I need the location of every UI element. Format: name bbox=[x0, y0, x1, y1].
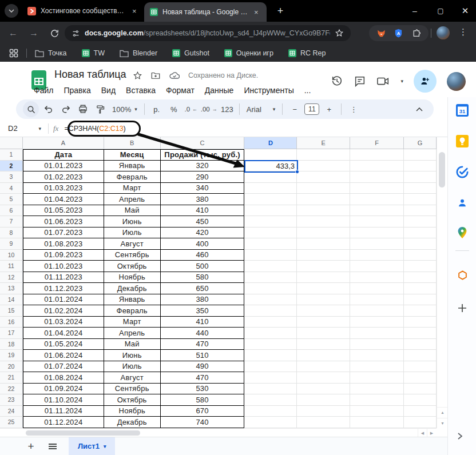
cell-C17[interactable]: 440 bbox=[161, 328, 245, 339]
increase-font-size-button[interactable]: + bbox=[322, 102, 336, 117]
cell-G19[interactable] bbox=[404, 350, 437, 361]
cell-G14[interactable] bbox=[404, 294, 437, 306]
cell-E17[interactable] bbox=[297, 328, 350, 339]
cell-E18[interactable] bbox=[297, 339, 350, 350]
cell-G23[interactable] bbox=[404, 394, 437, 406]
cell-B19[interactable]: Июнь bbox=[104, 350, 161, 361]
cell-C5[interactable]: 380 bbox=[161, 194, 245, 205]
fox-extension-icon[interactable] bbox=[376, 29, 386, 38]
cell-G2[interactable] bbox=[404, 161, 437, 172]
cell-A2[interactable]: 01.01.2023 bbox=[23, 161, 104, 172]
forward-button[interactable]: → bbox=[27, 27, 40, 39]
cell-B10[interactable]: Сентябрь bbox=[104, 250, 161, 261]
tab-timeweb[interactable]: Хостинговое сообщество «Tim × bbox=[22, 0, 143, 22]
cell-F6[interactable] bbox=[350, 205, 404, 217]
row-header-11[interactable]: 11 bbox=[0, 261, 23, 272]
cell-E6[interactable] bbox=[297, 205, 350, 217]
cell-G18[interactable] bbox=[404, 339, 437, 350]
cell-D19[interactable] bbox=[244, 350, 297, 361]
back-button[interactable]: ← bbox=[7, 27, 19, 39]
cell-B11[interactable]: Октябрь bbox=[104, 261, 161, 272]
column-header-B[interactable]: B bbox=[104, 137, 161, 149]
menu-item[interactable]: Формат bbox=[161, 85, 200, 96]
all-sheets-button[interactable] bbox=[48, 443, 57, 450]
cell-F22[interactable] bbox=[350, 384, 404, 395]
cell-E20[interactable] bbox=[297, 361, 350, 373]
account-avatar[interactable] bbox=[447, 72, 466, 91]
cell-A7[interactable]: 01.06.2023 bbox=[23, 216, 104, 227]
cell-B15[interactable]: Февраль bbox=[104, 305, 161, 317]
cell-A10[interactable]: 01.09.2023 bbox=[23, 250, 104, 261]
font-select[interactable]: Arial▾ bbox=[244, 105, 278, 114]
cell-C19[interactable]: 510 bbox=[161, 350, 245, 361]
row-header-9[interactable]: 9 bbox=[0, 238, 23, 250]
video-call-caret-icon[interactable]: ▾ bbox=[400, 78, 403, 84]
format-currency-button[interactable]: р. bbox=[149, 102, 164, 117]
cell-C24[interactable]: 670 bbox=[161, 406, 245, 417]
cell-C2[interactable]: 320 bbox=[161, 161, 245, 172]
cell-A24[interactable]: 01.11.2024 bbox=[23, 406, 104, 417]
cell-A19[interactable]: 01.06.2024 bbox=[23, 350, 104, 361]
paint-format-button[interactable] bbox=[93, 102, 108, 117]
sidepanel-addon-button[interactable] bbox=[456, 269, 469, 281]
cell-E7[interactable] bbox=[297, 216, 350, 227]
cell-F5[interactable] bbox=[350, 194, 404, 205]
cell-F19[interactable] bbox=[350, 350, 404, 361]
window-close-button[interactable]: ✕ bbox=[454, 0, 476, 22]
cell-G24[interactable] bbox=[404, 406, 437, 417]
menu-item[interactable]: Инструменты bbox=[239, 85, 299, 96]
cell-G15[interactable] bbox=[404, 305, 437, 317]
cell-D1[interactable] bbox=[244, 149, 297, 161]
hide-menus-button[interactable] bbox=[412, 102, 427, 117]
cell-B20[interactable]: Июль bbox=[104, 361, 161, 373]
sidepanel-maps-button[interactable] bbox=[456, 226, 469, 239]
cell-G25[interactable] bbox=[404, 417, 437, 428]
formula-input[interactable]: =СРЗНАЧ(C2:C13) bbox=[64, 125, 125, 133]
cell-E8[interactable] bbox=[297, 227, 350, 239]
cell-F17[interactable] bbox=[350, 328, 404, 339]
row-header-7[interactable]: 7 bbox=[0, 216, 23, 227]
cell-B7[interactable]: Июнь bbox=[104, 216, 161, 227]
cell-E24[interactable] bbox=[297, 406, 350, 417]
row-header-2[interactable]: 2 bbox=[0, 161, 23, 172]
cell-F16[interactable] bbox=[350, 317, 404, 328]
cell-E3[interactable] bbox=[297, 171, 350, 183]
window-maximize-button[interactable]: ▢ bbox=[429, 0, 452, 22]
undo-button[interactable] bbox=[41, 102, 56, 117]
cell-F18[interactable] bbox=[350, 339, 404, 350]
bookmark-item[interactable]: TW bbox=[82, 49, 105, 57]
cell-F10[interactable] bbox=[350, 250, 404, 261]
cell-A3[interactable]: 01.02.2023 bbox=[23, 171, 104, 183]
cell-A16[interactable]: 01.03.2024 bbox=[23, 317, 104, 328]
cell-C22[interactable]: 530 bbox=[161, 384, 245, 395]
selected-cell-D2[interactable]: 433,3 bbox=[244, 160, 298, 173]
cell-D23[interactable] bbox=[244, 394, 297, 406]
cell-D20[interactable] bbox=[244, 361, 297, 373]
column-header-D[interactable]: D bbox=[244, 137, 297, 149]
cell-F4[interactable] bbox=[350, 183, 404, 194]
row-header-6[interactable]: 6 bbox=[0, 205, 23, 217]
sidepanel-tasks-button[interactable] bbox=[456, 166, 469, 178]
row-header-22[interactable]: 22 bbox=[0, 384, 23, 395]
cell-A20[interactable]: 01.07.2024 bbox=[23, 361, 104, 373]
cell-F1[interactable] bbox=[350, 149, 404, 161]
cell-A5[interactable]: 01.04.2023 bbox=[23, 194, 104, 205]
cell-D3[interactable] bbox=[244, 171, 297, 183]
cell-C4[interactable]: 340 bbox=[161, 183, 245, 194]
row-header-20[interactable]: 20 bbox=[0, 361, 23, 373]
select-all-corner[interactable] bbox=[0, 137, 23, 149]
cell-G10[interactable] bbox=[404, 250, 437, 261]
cell-B25[interactable]: Декабрь bbox=[104, 417, 161, 428]
cell-E21[interactable] bbox=[297, 372, 350, 384]
menu-item[interactable]: Файл bbox=[29, 85, 58, 96]
close-tab-icon[interactable]: × bbox=[132, 7, 137, 15]
cell-A22[interactable]: 01.09.2024 bbox=[23, 384, 104, 395]
cell-C8[interactable]: 420 bbox=[161, 227, 245, 239]
cell-B16[interactable]: Март bbox=[104, 317, 161, 328]
scroll-up-icon[interactable]: ▲ bbox=[437, 407, 448, 417]
horizontal-scrollbar[interactable]: ◀ ▶ bbox=[0, 428, 437, 437]
cell-B13[interactable]: Декабрь bbox=[104, 283, 161, 294]
cell-G11[interactable] bbox=[404, 261, 437, 272]
cell-G13[interactable] bbox=[404, 283, 437, 294]
cell-B3[interactable]: Февраль bbox=[104, 171, 161, 183]
